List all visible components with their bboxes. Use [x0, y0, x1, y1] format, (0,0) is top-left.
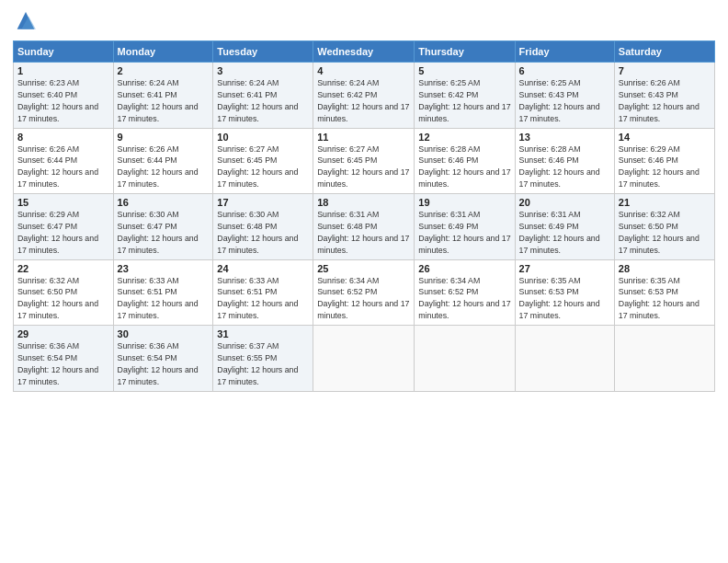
- calendar-cell: 4 Sunrise: 6:24 AMSunset: 6:42 PMDayligh…: [313, 63, 415, 129]
- header-row: SundayMondayTuesdayWednesdayThursdayFrid…: [14, 41, 715, 63]
- day-info: Sunrise: 6:24 AMSunset: 6:41 PMDaylight:…: [217, 78, 298, 123]
- logo-icon: [13, 9, 39, 35]
- day-info: Sunrise: 6:32 AMSunset: 6:50 PMDaylight:…: [17, 276, 98, 321]
- day-info: Sunrise: 6:37 AMSunset: 6:55 PMDaylight:…: [217, 341, 298, 386]
- calendar-cell: 13 Sunrise: 6:28 AMSunset: 6:46 PMDaylig…: [515, 128, 614, 194]
- day-info: Sunrise: 6:31 AMSunset: 6:49 PMDaylight:…: [519, 210, 600, 255]
- day-info: Sunrise: 6:33 AMSunset: 6:51 PMDaylight:…: [217, 276, 298, 321]
- day-info: Sunrise: 6:24 AMSunset: 6:41 PMDaylight:…: [118, 78, 199, 123]
- calendar-cell: [415, 326, 515, 392]
- week-row-3: 15 Sunrise: 6:29 AMSunset: 6:47 PMDaylig…: [14, 194, 715, 260]
- day-number: 8: [17, 132, 109, 143]
- calendar-cell: 22 Sunrise: 6:32 AMSunset: 6:50 PMDaylig…: [14, 259, 114, 326]
- day-number: 30: [118, 328, 210, 339]
- page: SundayMondayTuesdayWednesdayThursdayFrid…: [0, 0, 728, 563]
- week-row-1: 1 Sunrise: 6:23 AMSunset: 6:40 PMDayligh…: [14, 63, 715, 129]
- day-info: Sunrise: 6:36 AMSunset: 6:54 PMDaylight:…: [118, 341, 199, 386]
- calendar-cell: 14 Sunrise: 6:29 AMSunset: 6:46 PMDaylig…: [614, 128, 714, 194]
- calendar-cell: 10 Sunrise: 6:27 AMSunset: 6:45 PMDaylig…: [213, 128, 313, 194]
- day-number: 28: [619, 263, 711, 274]
- calendar-cell: 29 Sunrise: 6:36 AMSunset: 6:54 PMDaylig…: [14, 326, 114, 392]
- day-number: 10: [217, 132, 309, 143]
- calendar-cell: 21 Sunrise: 6:32 AMSunset: 6:50 PMDaylig…: [614, 194, 714, 260]
- calendar-cell: 18 Sunrise: 6:31 AMSunset: 6:48 PMDaylig…: [313, 194, 415, 260]
- day-info: Sunrise: 6:35 AMSunset: 6:53 PMDaylight:…: [519, 276, 600, 321]
- calendar-cell: 26 Sunrise: 6:34 AMSunset: 6:52 PMDaylig…: [415, 259, 515, 326]
- day-number: 9: [118, 132, 210, 143]
- calendar-header: SundayMondayTuesdayWednesdayThursdayFrid…: [14, 41, 715, 63]
- calendar-cell: [614, 326, 714, 392]
- day-info: Sunrise: 6:25 AMSunset: 6:43 PMDaylight:…: [519, 78, 600, 123]
- day-info: Sunrise: 6:26 AMSunset: 6:43 PMDaylight:…: [619, 78, 700, 123]
- day-number: 16: [118, 197, 210, 208]
- calendar-cell: 28 Sunrise: 6:35 AMSunset: 6:53 PMDaylig…: [614, 259, 714, 326]
- day-info: Sunrise: 6:23 AMSunset: 6:40 PMDaylight:…: [17, 78, 98, 123]
- header-cell-monday: Monday: [113, 41, 213, 63]
- day-number: 6: [519, 65, 610, 76]
- header-cell-thursday: Thursday: [415, 41, 515, 63]
- day-info: Sunrise: 6:34 AMSunset: 6:52 PMDaylight:…: [418, 276, 510, 321]
- day-info: Sunrise: 6:27 AMSunset: 6:45 PMDaylight:…: [217, 144, 298, 190]
- calendar-cell: 25 Sunrise: 6:34 AMSunset: 6:52 PMDaylig…: [313, 259, 415, 326]
- header-cell-wednesday: Wednesday: [313, 41, 415, 63]
- day-number: 29: [17, 328, 109, 339]
- calendar-cell: 5 Sunrise: 6:25 AMSunset: 6:42 PMDayligh…: [415, 63, 515, 129]
- header: [13, 9, 715, 35]
- logo: [13, 9, 42, 35]
- calendar-cell: 15 Sunrise: 6:29 AMSunset: 6:47 PMDaylig…: [14, 194, 114, 260]
- day-number: 12: [418, 132, 510, 143]
- day-number: 13: [519, 132, 610, 143]
- day-info: Sunrise: 6:33 AMSunset: 6:51 PMDaylight:…: [118, 276, 199, 321]
- day-number: 22: [17, 263, 109, 274]
- day-info: Sunrise: 6:36 AMSunset: 6:54 PMDaylight:…: [17, 341, 98, 386]
- day-number: 25: [317, 263, 410, 274]
- header-cell-friday: Friday: [515, 41, 614, 63]
- day-info: Sunrise: 6:25 AMSunset: 6:42 PMDaylight:…: [418, 78, 510, 123]
- day-number: 2: [118, 65, 210, 76]
- calendar-cell: 3 Sunrise: 6:24 AMSunset: 6:41 PMDayligh…: [213, 63, 313, 129]
- calendar-cell: 9 Sunrise: 6:26 AMSunset: 6:44 PMDayligh…: [113, 128, 213, 194]
- day-info: Sunrise: 6:29 AMSunset: 6:47 PMDaylight:…: [17, 210, 98, 255]
- calendar-cell: 30 Sunrise: 6:36 AMSunset: 6:54 PMDaylig…: [113, 326, 213, 392]
- day-info: Sunrise: 6:35 AMSunset: 6:53 PMDaylight:…: [619, 276, 700, 321]
- day-number: 31: [217, 328, 309, 339]
- calendar-cell: 1 Sunrise: 6:23 AMSunset: 6:40 PMDayligh…: [14, 63, 114, 129]
- day-number: 5: [418, 65, 510, 76]
- calendar-cell: [515, 326, 614, 392]
- calendar-cell: 12 Sunrise: 6:28 AMSunset: 6:46 PMDaylig…: [415, 128, 515, 194]
- calendar-cell: 27 Sunrise: 6:35 AMSunset: 6:53 PMDaylig…: [515, 259, 614, 326]
- day-number: 18: [317, 197, 410, 208]
- calendar-cell: 2 Sunrise: 6:24 AMSunset: 6:41 PMDayligh…: [113, 63, 213, 129]
- day-info: Sunrise: 6:28 AMSunset: 6:46 PMDaylight:…: [418, 144, 510, 190]
- header-cell-tuesday: Tuesday: [213, 41, 313, 63]
- day-info: Sunrise: 6:30 AMSunset: 6:48 PMDaylight:…: [217, 210, 298, 255]
- day-number: 27: [519, 263, 610, 274]
- day-number: 23: [118, 263, 210, 274]
- day-number: 3: [217, 65, 309, 76]
- day-info: Sunrise: 6:26 AMSunset: 6:44 PMDaylight:…: [17, 144, 98, 190]
- day-info: Sunrise: 6:30 AMSunset: 6:47 PMDaylight:…: [118, 210, 199, 255]
- day-number: 24: [217, 263, 309, 274]
- day-info: Sunrise: 6:31 AMSunset: 6:48 PMDaylight:…: [317, 210, 409, 255]
- calendar-body: 1 Sunrise: 6:23 AMSunset: 6:40 PMDayligh…: [14, 63, 715, 392]
- day-info: Sunrise: 6:34 AMSunset: 6:52 PMDaylight:…: [317, 276, 409, 321]
- day-info: Sunrise: 6:31 AMSunset: 6:49 PMDaylight:…: [418, 210, 510, 255]
- day-number: 20: [519, 197, 610, 208]
- calendar-cell: 16 Sunrise: 6:30 AMSunset: 6:47 PMDaylig…: [113, 194, 213, 260]
- day-info: Sunrise: 6:26 AMSunset: 6:44 PMDaylight:…: [118, 144, 199, 190]
- calendar-cell: 24 Sunrise: 6:33 AMSunset: 6:51 PMDaylig…: [213, 259, 313, 326]
- week-row-2: 8 Sunrise: 6:26 AMSunset: 6:44 PMDayligh…: [14, 128, 715, 194]
- day-number: 21: [619, 197, 711, 208]
- day-number: 26: [418, 263, 510, 274]
- day-number: 15: [17, 197, 109, 208]
- day-number: 17: [217, 197, 309, 208]
- day-info: Sunrise: 6:28 AMSunset: 6:46 PMDaylight:…: [519, 144, 600, 190]
- day-number: 14: [619, 132, 711, 143]
- week-row-4: 22 Sunrise: 6:32 AMSunset: 6:50 PMDaylig…: [14, 259, 715, 326]
- calendar-cell: 20 Sunrise: 6:31 AMSunset: 6:49 PMDaylig…: [515, 194, 614, 260]
- day-info: Sunrise: 6:27 AMSunset: 6:45 PMDaylight:…: [317, 144, 409, 190]
- week-row-5: 29 Sunrise: 6:36 AMSunset: 6:54 PMDaylig…: [14, 326, 715, 392]
- day-number: 11: [317, 132, 410, 143]
- day-number: 7: [619, 65, 711, 76]
- header-cell-sunday: Sunday: [14, 41, 114, 63]
